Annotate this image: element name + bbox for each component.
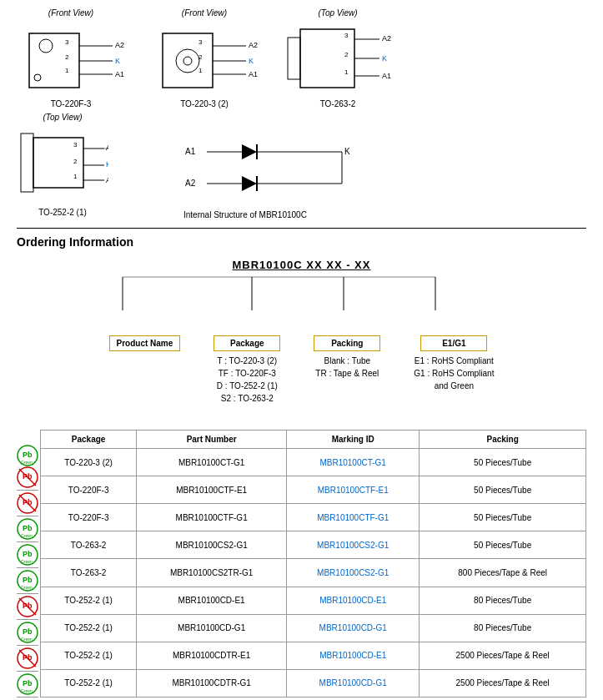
icon-cell: PbGreen bbox=[17, 620, 38, 646]
header-part-number: Part Number bbox=[137, 431, 287, 449]
pb-green-icon: PbGreen bbox=[17, 544, 38, 566]
svg-text:A1: A1 bbox=[249, 70, 258, 78]
svg-line-72 bbox=[19, 495, 36, 511]
table-body: TO-220-3 (2)MBR10100CT-G1MBR10100CT-G150… bbox=[41, 449, 586, 697]
cell-part-number: MBR10100CTF-G1 bbox=[137, 504, 287, 531]
svg-line-69 bbox=[19, 469, 36, 486]
svg-point-13 bbox=[176, 49, 199, 73]
icon-cell: PbGreen bbox=[17, 672, 38, 697]
package-box: Package bbox=[214, 335, 280, 351]
svg-text:A2: A2 bbox=[115, 41, 124, 49]
svg-text:2: 2 bbox=[73, 158, 78, 165]
svg-text:A2: A2 bbox=[249, 41, 258, 49]
svg-text:3: 3 bbox=[73, 141, 78, 149]
cell-package: TO-263-2 bbox=[41, 531, 137, 559]
pb-green-icon: PbGreen bbox=[17, 445, 38, 466]
cell-part-number: MBR10100CD-E1 bbox=[137, 587, 287, 614]
svg-text:2: 2 bbox=[344, 51, 349, 58]
diagram-to2203: (Front View) 3 2 1 A2 K A1 TO-220-3 (2) bbox=[150, 8, 259, 108]
pb-no-icon: Pb bbox=[17, 596, 38, 617]
diagram-name-1: TO-220F-3 bbox=[51, 99, 92, 108]
icon-cell: Pb bbox=[17, 646, 38, 672]
cell-part-number: MBR10100CDTR-G1 bbox=[137, 669, 287, 697]
diagram-internal: A1 K A2 Internal Structure of MBR10100C bbox=[183, 113, 367, 219]
part-number-display: MBR10100C XX XX - XX bbox=[233, 259, 371, 271]
diagram-to2632: (Top View) 3 2 1 A2 K A1 TO-263-2 bbox=[284, 8, 392, 108]
parts-table: Package Part Number Marking ID Packing T… bbox=[40, 430, 586, 697]
svg-text:Pb: Pb bbox=[23, 627, 33, 636]
svg-text:A1: A1 bbox=[185, 147, 196, 156]
cell-packing: 80 Pieces/Tube bbox=[420, 587, 586, 614]
pb-no-icon: Pb bbox=[17, 492, 38, 514]
packing-box: Packing bbox=[314, 335, 380, 351]
table-row: TO-263-2MBR10100CS2TR-G1MBR10100CS2-G180… bbox=[41, 559, 586, 587]
cell-part-number: MBR10100CD-G1 bbox=[137, 614, 287, 642]
ord-col-package: Package T : TO-220-3 (2) TF : TO-220F-3 … bbox=[214, 335, 280, 405]
table-row: TO-220F-3MBR10100CTF-G1MBR10100CTF-G150 … bbox=[41, 504, 586, 531]
table-row: TO-220F-3MBR10100CTF-E1MBR10100CTF-E150 … bbox=[41, 476, 586, 504]
pb-green-icon: PbGreen bbox=[17, 518, 38, 540]
to2522-svg: 3 2 1 A2 K A1 bbox=[17, 125, 108, 204]
diagram-to220f3: (Front View) 3 2 1 A2 K A1 TO-220F-3 bbox=[17, 8, 125, 108]
svg-text:Green: Green bbox=[21, 460, 33, 465]
diagram-label-4: (Top View) bbox=[43, 113, 82, 122]
svg-rect-0 bbox=[29, 33, 79, 88]
cell-marking-id: MBR10100CS2-G1 bbox=[287, 531, 420, 559]
cell-marking-id: MBR10100CD-E1 bbox=[287, 587, 420, 614]
cell-part-number: MBR10100CDTR-E1 bbox=[137, 642, 287, 669]
internal-label: Internal Structure of MBR10100C bbox=[183, 210, 307, 219]
svg-text:Green: Green bbox=[21, 559, 33, 564]
cell-part-number: MBR10100CS2-G1 bbox=[137, 531, 287, 559]
package-desc: T : TO-220-3 (2) TF : TO-220F-3 D : TO-2… bbox=[217, 355, 278, 405]
table-row: TO-252-2 (1)MBR10100CD-G1MBR10100CD-G180… bbox=[41, 614, 586, 642]
svg-text:K: K bbox=[115, 57, 120, 65]
table-header-row: Package Part Number Marking ID Packing bbox=[41, 431, 586, 449]
diagram-name-2: TO-220-3 (2) bbox=[180, 99, 229, 108]
diagram-label-2: (Front View) bbox=[182, 8, 227, 18]
ord-col-packing: Packing Blank : Tube TR : Tape & Reel bbox=[314, 335, 380, 380]
table-row: TO-252-2 (1)MBR10100CDTR-G1MBR10100CD-G1… bbox=[41, 669, 586, 697]
svg-point-2 bbox=[34, 74, 41, 81]
cell-packing: 50 Pieces/Tube bbox=[420, 449, 586, 476]
cell-packing: 2500 Pieces/Tape & Reel bbox=[420, 642, 586, 669]
icon-cell: PbGreen bbox=[17, 516, 38, 542]
svg-text:A1: A1 bbox=[115, 70, 124, 78]
icon-cell: Pb bbox=[17, 491, 38, 516]
icon-column: PbGreenPbPbPbGreenPbGreenPbGreenPbPbGree… bbox=[17, 443, 38, 697]
icon-cell: PbGreen bbox=[17, 568, 38, 594]
svg-text:K: K bbox=[106, 160, 108, 169]
cell-packing: 80 Pieces/Tube bbox=[420, 614, 586, 642]
svg-text:Green: Green bbox=[21, 585, 33, 590]
svg-text:Green: Green bbox=[21, 533, 33, 538]
diagram-to2522: (Top View) 3 2 1 A2 K A1 TO-252-2 (1) bbox=[17, 113, 108, 219]
svg-text:A1: A1 bbox=[106, 176, 108, 184]
section-divider bbox=[17, 228, 586, 229]
svg-text:3: 3 bbox=[65, 38, 69, 46]
table-row: TO-252-2 (1)MBR10100CD-E1MBR10100CD-E180… bbox=[41, 587, 586, 614]
svg-text:Pb: Pb bbox=[23, 679, 33, 687]
svg-text:Pb: Pb bbox=[23, 524, 33, 532]
svg-text:K: K bbox=[382, 54, 387, 63]
internal-svg: A1 K A2 bbox=[183, 129, 367, 209]
svg-text:A2: A2 bbox=[185, 179, 196, 188]
cell-part-number: MBR10100CS2TR-G1 bbox=[137, 559, 287, 587]
cell-marking-id: MBR10100CTF-G1 bbox=[287, 504, 420, 531]
svg-text:2: 2 bbox=[198, 53, 203, 61]
cell-package: TO-252-2 (1) bbox=[41, 669, 137, 697]
pb-no-icon: Pb bbox=[17, 466, 38, 488]
diagram-label-1: (Front View) bbox=[48, 8, 93, 18]
svg-text:2: 2 bbox=[65, 53, 69, 61]
product-name-box: Product Name bbox=[109, 335, 181, 351]
parts-table-wrapper: PbGreenPbPbPbGreenPbGreenPbGreenPbPbGree… bbox=[17, 421, 586, 697]
svg-point-1 bbox=[39, 39, 53, 53]
cell-package: TO-252-2 (1) bbox=[41, 614, 137, 642]
ordering-title: Ordering Information bbox=[17, 235, 586, 249]
svg-text:K: K bbox=[344, 147, 350, 156]
table-row: TO-220-3 (2)MBR10100CT-G1MBR10100CT-G150… bbox=[41, 449, 586, 476]
svg-line-84 bbox=[19, 598, 36, 615]
diagrams-row1: (Front View) 3 2 1 A2 K A1 TO-220F-3 (Fr… bbox=[17, 8, 586, 108]
header-package: Package bbox=[41, 431, 137, 449]
svg-text:1: 1 bbox=[344, 68, 349, 76]
diagram-name-4: TO-252-2 (1) bbox=[38, 208, 87, 217]
cell-packing: 50 Pieces/Tube bbox=[420, 504, 586, 531]
